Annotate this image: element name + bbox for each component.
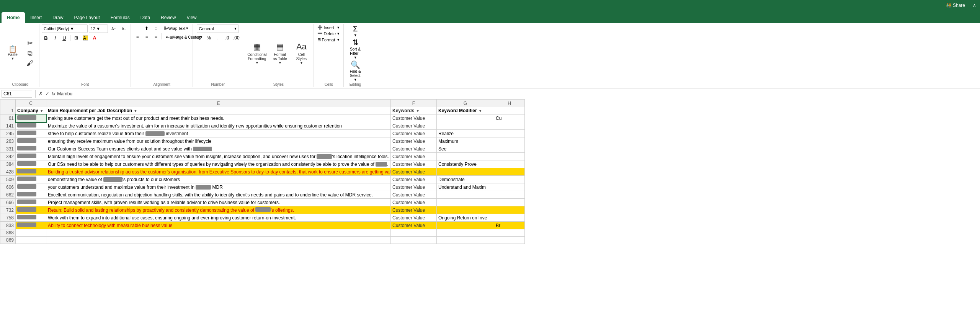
cell-e[interactable]: demonstrating the value of 's products t… bbox=[46, 176, 391, 183]
cell-g[interactable]: See bbox=[437, 145, 494, 153]
cell-f[interactable]: Customer Value bbox=[391, 114, 437, 122]
cell-c[interactable]: Company ▼ bbox=[16, 107, 46, 114]
row-header[interactable]: 428 bbox=[0, 168, 16, 176]
insert-function-icon[interactable]: fx bbox=[52, 91, 56, 96]
row-header[interactable]: 263 bbox=[0, 137, 16, 145]
cell-f[interactable]: Customer Value bbox=[391, 160, 437, 168]
row-header[interactable]: 758 bbox=[0, 214, 16, 222]
cell-c[interactable] bbox=[16, 214, 46, 222]
align-left-button[interactable]: ≡ bbox=[133, 33, 142, 41]
sort-filter-button[interactable]: ⇅ Sort &Filter ▼ bbox=[346, 38, 364, 59]
cell-e[interactable]: making sure customers get the most out o… bbox=[46, 114, 391, 122]
cell-c[interactable] bbox=[16, 183, 46, 191]
cell-g[interactable] bbox=[437, 206, 494, 214]
formula-input[interactable]: Mambu bbox=[57, 91, 978, 96]
cell-c[interactable] bbox=[16, 191, 46, 199]
cancel-formula-icon[interactable]: ✗ bbox=[39, 91, 43, 96]
cell-e[interactable]: Ability to connect technology with measu… bbox=[46, 222, 391, 229]
cell-e[interactable] bbox=[46, 229, 391, 237]
cell-h[interactable] bbox=[494, 206, 525, 214]
cut-button[interactable]: ✂ bbox=[23, 39, 37, 48]
cell-f[interactable]: Customer Value bbox=[391, 214, 437, 222]
font-name-dropdown[interactable]: ▼ bbox=[70, 26, 74, 31]
cell-e[interactable]: Building a trusted advisor relationship … bbox=[46, 168, 391, 176]
name-box[interactable]: C61 bbox=[2, 90, 32, 98]
cell-c[interactable] bbox=[16, 222, 46, 229]
cell-c[interactable] bbox=[16, 130, 46, 137]
row-header[interactable]: 509 bbox=[0, 176, 16, 183]
cell-f[interactable]: Customer Value bbox=[391, 137, 437, 145]
cell-f[interactable]: Customer Value bbox=[391, 122, 437, 130]
cell-g[interactable] bbox=[437, 237, 494, 244]
filter-dropdown-g[interactable]: ▼ bbox=[478, 109, 482, 113]
filter-dropdown-e[interactable]: ▼ bbox=[133, 109, 137, 113]
cell-h[interactable] bbox=[494, 214, 525, 222]
cell-c[interactable] bbox=[16, 137, 46, 145]
cell-g[interactable]: Demonstrate bbox=[437, 176, 494, 183]
number-format-dropdown[interactable]: ▼ bbox=[234, 27, 237, 31]
spreadsheet-container[interactable]: C E F G H 1Company ▼Main Requirement per… bbox=[0, 99, 980, 327]
cell-h[interactable] bbox=[494, 137, 525, 145]
row-header[interactable]: 1 bbox=[0, 107, 16, 114]
cell-e[interactable]: Project management skills, with proven r… bbox=[46, 199, 391, 206]
row-header[interactable]: 833 bbox=[0, 222, 16, 229]
cell-c[interactable] bbox=[16, 176, 46, 183]
tab-view[interactable]: View bbox=[181, 12, 202, 23]
tab-page-layout[interactable]: Page Layout bbox=[69, 12, 105, 23]
cell-h[interactable] bbox=[494, 199, 525, 206]
cell-e[interactable]: Main Requirement per Job Description ▼ bbox=[46, 107, 391, 114]
cell-g[interactable] bbox=[437, 122, 494, 130]
tab-review[interactable]: Review bbox=[155, 12, 181, 23]
increase-font-button[interactable]: A↑ bbox=[109, 26, 118, 32]
cell-g[interactable] bbox=[437, 191, 494, 199]
cell-c[interactable] bbox=[16, 206, 46, 214]
cell-c[interactable] bbox=[16, 145, 46, 153]
cell-e[interactable]: Work with them to expand into additional… bbox=[46, 214, 391, 222]
cell-g[interactable]: Realize bbox=[437, 130, 494, 137]
cell-h[interactable]: Br bbox=[494, 222, 525, 229]
cell-c[interactable] bbox=[16, 153, 46, 160]
cell-e[interactable]: your customers understand and maximize v… bbox=[46, 183, 391, 191]
cell-e[interactable] bbox=[46, 237, 391, 244]
border-button[interactable]: ⊞ bbox=[72, 34, 80, 42]
cell-g[interactable]: Consistently Prove bbox=[437, 160, 494, 168]
cell-f[interactable]: Customer Value bbox=[391, 168, 437, 176]
cell-c[interactable] bbox=[16, 237, 46, 244]
underline-button[interactable]: U bbox=[60, 34, 69, 42]
row-header[interactable]: 869 bbox=[0, 237, 16, 244]
cell-h[interactable] bbox=[494, 229, 525, 237]
filter-dropdown-c[interactable]: ▼ bbox=[39, 109, 43, 113]
merge-center-button[interactable]: ⊞ Merge & Center ▼ bbox=[182, 33, 190, 41]
fill-color-button[interactable]: A bbox=[81, 34, 90, 42]
cell-f[interactable]: Customer Value bbox=[391, 176, 437, 183]
insert-cells-button[interactable]: ➕ Insert ▼ bbox=[316, 25, 341, 30]
tab-home[interactable]: Home bbox=[2, 12, 25, 23]
row-header[interactable]: 141 bbox=[0, 122, 16, 130]
row-header[interactable]: 732 bbox=[0, 206, 16, 214]
cell-f[interactable]: Customer Value bbox=[391, 206, 437, 214]
row-header[interactable]: 331 bbox=[0, 145, 16, 153]
font-color-button[interactable]: A bbox=[90, 34, 99, 42]
bold-button[interactable]: B bbox=[42, 34, 50, 42]
cell-styles-button[interactable]: Aa CellStyles ▼ bbox=[291, 41, 311, 66]
cell-g[interactable] bbox=[437, 114, 494, 122]
italic-button[interactable]: I bbox=[51, 34, 59, 42]
wrap-text-button[interactable]: ↵ Wrap Text ▼ bbox=[173, 25, 181, 32]
cell-g[interactable] bbox=[437, 168, 494, 176]
delete-dropdown[interactable]: ▼ bbox=[336, 32, 340, 36]
cell-e[interactable]: Our Customer Success Team ensures client… bbox=[46, 145, 391, 153]
align-middle-button[interactable]: ↕ bbox=[152, 25, 160, 32]
cell-g[interactable] bbox=[437, 222, 494, 229]
cell-c[interactable] bbox=[16, 122, 46, 130]
cell-h[interactable] bbox=[494, 145, 525, 153]
decrease-font-button[interactable]: A↓ bbox=[119, 26, 129, 32]
align-top-button[interactable]: ⬆ bbox=[142, 25, 151, 32]
col-header-c[interactable]: C bbox=[16, 100, 46, 107]
filter-dropdown-f[interactable]: ▼ bbox=[415, 109, 419, 113]
cell-h[interactable] bbox=[494, 168, 525, 176]
find-select-dropdown[interactable]: ▼ bbox=[354, 78, 357, 82]
col-header-g[interactable]: G bbox=[437, 100, 494, 107]
align-center-button[interactable]: ≡ bbox=[142, 33, 151, 41]
col-header-f[interactable]: F bbox=[391, 100, 437, 107]
cell-h[interactable] bbox=[494, 130, 525, 137]
